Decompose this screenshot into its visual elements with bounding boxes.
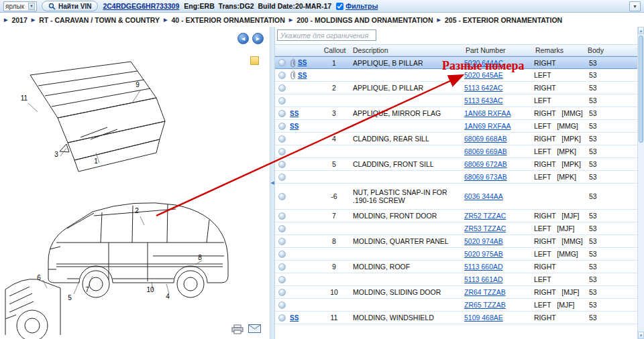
filters-link[interactable]: Фильтры [345, 2, 378, 10]
header-body[interactable]: Body [586, 46, 619, 54]
toolbar-dropdown-button[interactable]: ▼ [629, 1, 641, 11]
part-number-link[interactable]: 68069 672AB [464, 160, 507, 168]
table-row[interactable]: SS 1AN69 RXFAA LEFT [MMG] 53 [275, 120, 637, 133]
part-number-link[interactable]: ZR64 TZZAB [464, 288, 506, 296]
part-detail-icon[interactable] [278, 314, 286, 322]
ss-link[interactable]: SS [290, 110, 299, 117]
ss-link[interactable]: SS [298, 59, 307, 66]
part-number-link[interactable]: 5113 661AD [464, 275, 503, 283]
part-detail-icon[interactable] [278, 301, 286, 309]
breadcrumb-item[interactable]: 2017 [11, 16, 27, 24]
part-number-link[interactable]: ZR65 TZZAB [464, 301, 506, 309]
part-detail-icon[interactable] [278, 212, 286, 220]
table-row[interactable]: 68069 673AB LEFT [MPK] 53 [275, 171, 637, 184]
part-number-link[interactable]: 5113 643AC [464, 96, 503, 105]
breadcrumb-item[interactable]: 40 - EXTERIOR ORNAMENTATION [171, 16, 284, 24]
table-row[interactable]: ZR65 TZZAB LEFT [MJF] 53 [275, 299, 637, 312]
breadcrumb-item[interactable]: 205 - EXTERIOR ORNAMENTATION [445, 16, 562, 24]
filters-checkbox[interactable] [336, 3, 343, 10]
vin-link[interactable]: 2C4RDGEG6HR733309 [103, 2, 179, 10]
part-detail-icon[interactable] [278, 110, 286, 117]
envelope-icon[interactable] [248, 324, 261, 333]
breadcrumb-item[interactable]: RT - CARAVAN / TOWN & COUNTRY [39, 16, 160, 24]
part-detail-icon[interactable] [278, 97, 286, 105]
part-number-link[interactable]: ZR53 TZZAC [464, 224, 506, 232]
table-row[interactable]: SS 1 APPLIQUE, B PILLAR 5020 644AC RIGHT… [275, 56, 637, 69]
filters-toggle: Фильтры [336, 2, 378, 10]
part-number-link[interactable]: 5113 642AC [464, 84, 503, 92]
part-detail-icon[interactable] [278, 84, 286, 92]
header-callout[interactable]: Callout [317, 46, 352, 54]
part-detail-icon[interactable] [278, 174, 286, 181]
table-row[interactable]: 5020 975AB LEFT [MMG] 53 [275, 248, 637, 261]
part-detail-icon[interactable] [278, 238, 286, 245]
scrollbar-thumb[interactable] [639, 36, 643, 143]
ss-link[interactable]: SS [290, 314, 299, 322]
table-row[interactable]: 5113 643AC LEFT 53 [275, 94, 637, 107]
vertical-scrollbar[interactable]: ▲ ▼ [637, 27, 644, 339]
part-detail-icon[interactable] [278, 135, 286, 143]
part-number-link[interactable]: ZR52 TZZAC [464, 212, 506, 220]
table-row[interactable]: SS 3 APPLIQUE, MIRROR FLAG 1AN68 RXFAA R… [275, 107, 637, 120]
header-remarks[interactable]: Remarks [534, 46, 586, 54]
shortcut-dropdown[interactable]: ярлык ▼ [3, 1, 37, 11]
part-number-link[interactable]: 5020 645AE [464, 71, 503, 79]
header-description[interactable]: Description [352, 46, 464, 54]
part-number-link[interactable]: 5020 644AC [464, 59, 503, 67]
part-detail-icon[interactable] [278, 123, 286, 130]
part-detail-icon[interactable] [278, 225, 286, 232]
part-number-link[interactable]: 5020 975AB [464, 250, 503, 258]
part-number-link[interactable]: 5020 974AB [464, 237, 503, 245]
header-part-number[interactable]: Part Number [464, 46, 534, 54]
table-row[interactable]: 5 CLADDING, FRONT SILL 68069 672AB RIGHT… [275, 158, 637, 171]
back-button[interactable]: ◀ [237, 33, 249, 44]
breadcrumb: ▶2017▶RT - CARAVAN / TOWN & COUNTRY▶40 -… [0, 13, 644, 27]
panel-splitter[interactable]: ◀ [270, 27, 275, 339]
table-row[interactable]: -6 NUT, PLASTIC SNAP-IN FOR .190-16 SCRE… [275, 184, 637, 210]
part-number-link[interactable]: 1AN68 RXFAA [464, 109, 511, 117]
find-vin-button[interactable]: Найти VIN [42, 1, 98, 11]
limit-filter-input[interactable] [277, 29, 376, 41]
table-row[interactable]: ZR53 TZZAC LEFT [MJF] 53 [275, 222, 637, 235]
part-detail-icon[interactable] [278, 193, 286, 200]
table-row[interactable]: SS 5020 645AE LEFT 53 [275, 69, 637, 82]
part-number-link[interactable]: 5109 468AE [464, 314, 503, 322]
scroll-up-icon[interactable]: ▲ [638, 27, 644, 34]
breadcrumb-item[interactable]: 200 - MOLDINGS AND ORNAMENTATION [297, 16, 433, 24]
paperclip-icon[interactable] [290, 70, 296, 80]
ss-link[interactable]: SS [298, 72, 307, 79]
part-number-link[interactable]: 6036 344AA [464, 192, 503, 200]
part-number-link[interactable]: 68069 673AB [464, 173, 507, 181]
part-description: MOLDING, WINDSHIELD [352, 314, 464, 322]
part-detail-icon[interactable] [278, 263, 286, 271]
sticky-note-icon[interactable] [250, 56, 259, 65]
table-row[interactable]: SS 11 MOLDING, WINDSHIELD 5109 468AE RIG… [275, 312, 637, 324]
part-number-link[interactable]: 1AN69 RXFAA [464, 122, 511, 130]
table-row[interactable]: 68069 669AB LEFT [MPK] 53 [275, 145, 637, 158]
printer-icon[interactable] [231, 324, 244, 334]
table-row[interactable]: 8 MOLDING, QUARTER PANEL 5020 974AB RIGH… [275, 235, 637, 248]
table-row[interactable]: 10 MOLDING, SLIDING DOOR ZR64 TZZAB RIGH… [275, 286, 637, 299]
part-number-link[interactable]: 5113 660AD [464, 263, 503, 271]
part-detail-icon[interactable] [278, 161, 286, 168]
paperclip-icon[interactable] [290, 58, 296, 68]
ss-link[interactable]: SS [290, 123, 299, 130]
table-row[interactable]: 5113 661AD LEFT 53 [275, 273, 637, 286]
table-row[interactable]: 4 CLADDING, REAR SILL 68069 668AB RIGHT … [275, 133, 637, 145]
part-detail-icon[interactable] [278, 148, 286, 155]
forward-button[interactable]: ▶ [252, 33, 264, 44]
table-row[interactable]: 9 MOLDING, ROOF 5113 660AD RIGHT 53 [275, 261, 637, 273]
table-row[interactable]: 2 APPLIQUE, D PILLAR 5113 642AC RIGHT 53 [275, 82, 637, 94]
part-detail-icon[interactable] [278, 72, 286, 79]
callout-number: 10 [317, 288, 352, 296]
callout-number: 7 [317, 212, 352, 220]
part-detail-icon[interactable] [278, 59, 286, 66]
part-detail-icon[interactable] [278, 289, 286, 296]
scroll-down-icon[interactable]: ▼ [638, 332, 644, 339]
part-number-link[interactable]: 68069 669AB [464, 147, 507, 155]
part-number-link[interactable]: 68069 668AB [464, 135, 507, 143]
table-row[interactable]: 7 MOLDING, FRONT DOOR ZR52 TZZAC RIGHT [… [275, 210, 637, 222]
part-description: APPLIQUE, D PILLAR [352, 84, 464, 92]
part-detail-icon[interactable] [278, 251, 286, 258]
part-detail-icon[interactable] [278, 276, 286, 283]
